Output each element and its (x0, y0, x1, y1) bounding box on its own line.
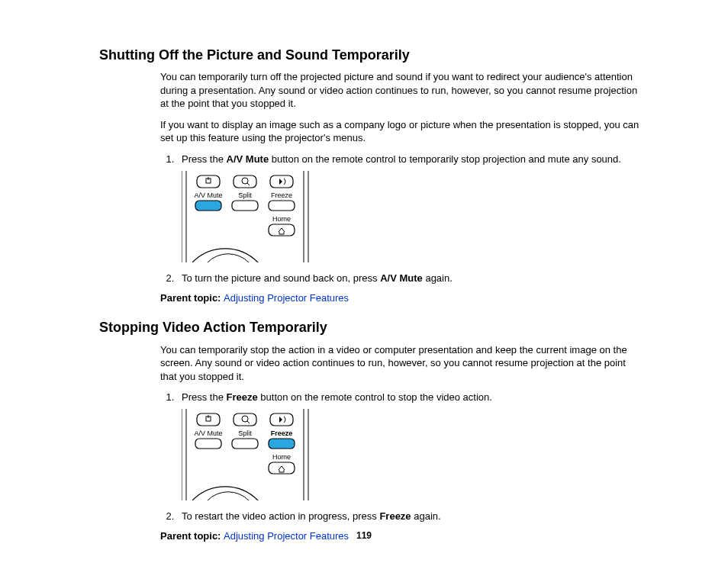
text-bold: A/V Mute (227, 153, 269, 165)
btn-avmute-highlight (195, 201, 221, 211)
section2-step1: Press the Freeze button on the remote co… (177, 391, 644, 503)
section1-p2: If you want to display an image such as … (160, 118, 644, 145)
svg-rect-11 (234, 413, 256, 426)
remote-svg-1: A/V Mute Split Freeze Home (182, 171, 311, 262)
page-number: 119 (0, 529, 728, 542)
svg-rect-7 (232, 201, 258, 211)
section1-title: Shutting Off the Picture and Sound Tempo… (99, 46, 652, 64)
page: Shutting Off the Picture and Sound Tempo… (0, 0, 728, 563)
label-split: Split (238, 429, 252, 437)
text: To restart the video action in progress,… (182, 510, 379, 522)
text: again. (411, 510, 441, 522)
text-bold: Freeze (227, 391, 258, 403)
btn-freeze-highlight (269, 439, 295, 449)
section2-body: You can temporarily stop the action in a… (160, 343, 644, 543)
label-freeze: Freeze (271, 191, 292, 199)
section2-step2: To restart the video action in progress,… (177, 510, 644, 523)
text: To turn the picture and sound back on, p… (182, 272, 380, 284)
section2-steps: Press the Freeze button on the remote co… (160, 391, 644, 523)
label-home: Home (272, 215, 291, 223)
label-avmute: A/V Mute (194, 429, 222, 437)
section2-title: Stopping Video Action Temporarily (99, 318, 652, 336)
text-bold: A/V Mute (380, 272, 423, 284)
svg-rect-8 (269, 201, 295, 211)
text: again. (423, 272, 453, 284)
section1-parent: Parent topic: Adjusting Projector Featur… (160, 291, 644, 305)
section1-step1: Press the A/V Mute button on the remote … (177, 153, 644, 265)
section1-steps: Press the A/V Mute button on the remote … (160, 153, 644, 285)
svg-rect-1 (234, 175, 256, 188)
text: button on the remote control to temporar… (269, 153, 621, 165)
parent-label: Parent topic: (160, 292, 224, 304)
text-bold: Freeze (379, 510, 411, 522)
section1-step2: To turn the picture and sound back on, p… (177, 272, 644, 285)
section2-p1: You can temporarily stop the action in a… (160, 343, 644, 384)
text: button on the remote control to stop the… (258, 391, 492, 403)
svg-rect-17 (195, 439, 221, 449)
remote-figure-1: A/V Mute Split Freeze Home (182, 171, 644, 266)
label-avmute: A/V Mute (194, 191, 222, 199)
remote-svg-2: A/V Mute Split Freeze Home (182, 409, 311, 500)
remote-figure-2: A/V Mute Split Freeze Home (182, 409, 644, 504)
section1-body: You can temporarily turn off the project… (160, 70, 644, 304)
parent-topic-link[interactable]: Adjusting Projector Features (224, 292, 349, 304)
label-split: Split (238, 191, 252, 199)
label-freeze: Freeze (271, 429, 293, 437)
text: Press the (182, 391, 227, 403)
text: Press the (182, 153, 227, 165)
svg-rect-18 (232, 439, 258, 449)
label-home: Home (272, 453, 291, 461)
section1-p1: You can temporarily turn off the project… (160, 70, 644, 111)
